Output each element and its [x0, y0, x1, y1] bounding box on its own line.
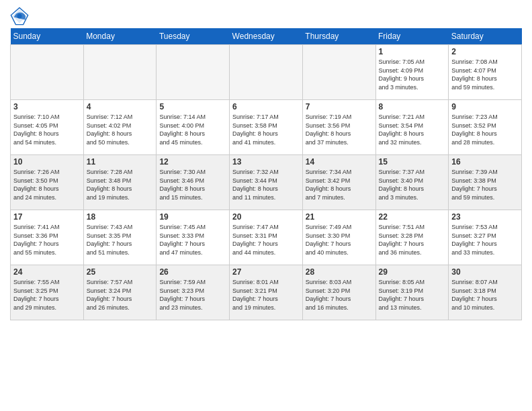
day-number: 9	[451, 102, 519, 111]
calendar-cell: 9Sunrise: 7:23 AM Sunset: 3:52 PM Daylig…	[449, 100, 522, 155]
day-number: 1	[379, 47, 446, 56]
calendar-cell: 7Sunrise: 7:19 AM Sunset: 3:56 PM Daylig…	[302, 100, 375, 155]
day-info: Sunrise: 7:28 AM Sunset: 3:48 PM Dayligh…	[87, 168, 154, 201]
day-number: 8	[379, 102, 446, 111]
day-header-friday: Friday	[375, 28, 449, 45]
day-number: 15	[379, 157, 446, 167]
calendar-cell: 21Sunrise: 7:49 AM Sunset: 3:30 PM Dayli…	[302, 210, 375, 265]
calendar-cell: 10Sunrise: 7:26 AM Sunset: 3:50 PM Dayli…	[11, 155, 84, 210]
day-info: Sunrise: 8:05 AM Sunset: 3:19 PM Dayligh…	[379, 278, 446, 312]
calendar-cell: 30Sunrise: 8:07 AM Sunset: 3:18 PM Dayli…	[449, 265, 522, 320]
day-info: Sunrise: 7:30 AM Sunset: 3:46 PM Dayligh…	[159, 168, 226, 201]
day-number: 2	[451, 47, 519, 56]
calendar-cell: 4Sunrise: 7:12 AM Sunset: 4:02 PM Daylig…	[83, 100, 157, 155]
calendar-cell: 18Sunrise: 7:43 AM Sunset: 3:35 PM Dayli…	[83, 210, 157, 265]
calendar-cell	[11, 45, 84, 100]
day-info: Sunrise: 7:23 AM Sunset: 3:52 PM Dayligh…	[451, 113, 519, 146]
day-number: 11	[87, 157, 154, 167]
day-number: 7	[306, 102, 373, 111]
day-info: Sunrise: 7:10 AM Sunset: 4:05 PM Dayligh…	[13, 113, 81, 146]
day-number: 25	[87, 267, 154, 277]
calendar-cell: 24Sunrise: 7:55 AM Sunset: 3:25 PM Dayli…	[11, 265, 84, 320]
header	[10, 7, 522, 26]
day-info: Sunrise: 8:03 AM Sunset: 3:20 PM Dayligh…	[306, 278, 373, 312]
day-info: Sunrise: 8:01 AM Sunset: 3:21 PM Dayligh…	[232, 278, 300, 312]
day-number: 19	[159, 212, 226, 222]
calendar-cell	[83, 45, 157, 100]
day-header-saturday: Saturday	[449, 28, 522, 45]
day-number: 28	[306, 267, 373, 277]
day-info: Sunrise: 7:39 AM Sunset: 3:38 PM Dayligh…	[451, 168, 519, 201]
calendar-cell: 22Sunrise: 7:51 AM Sunset: 3:28 PM Dayli…	[375, 210, 449, 265]
calendar-cell: 1Sunrise: 7:05 AM Sunset: 4:09 PM Daylig…	[375, 45, 449, 100]
day-number: 13	[232, 157, 300, 167]
day-number: 20	[232, 212, 300, 222]
day-number: 29	[379, 267, 446, 277]
calendar-cell: 29Sunrise: 8:05 AM Sunset: 3:19 PM Dayli…	[375, 265, 449, 320]
calendar-cell: 17Sunrise: 7:41 AM Sunset: 3:36 PM Dayli…	[11, 210, 84, 265]
day-number: 26	[159, 267, 226, 277]
day-info: Sunrise: 7:08 AM Sunset: 4:07 PM Dayligh…	[451, 58, 519, 91]
calendar-cell: 28Sunrise: 8:03 AM Sunset: 3:20 PM Dayli…	[302, 265, 375, 320]
calendar-cell: 25Sunrise: 7:57 AM Sunset: 3:24 PM Dayli…	[83, 265, 157, 320]
calendar-cell	[157, 45, 230, 100]
day-header-tuesday: Tuesday	[157, 28, 230, 45]
calendar-cell: 6Sunrise: 7:17 AM Sunset: 3:58 PM Daylig…	[230, 100, 303, 155]
calendar-cell: 5Sunrise: 7:14 AM Sunset: 4:00 PM Daylig…	[157, 100, 230, 155]
logo-icon	[10, 7, 29, 26]
day-number: 3	[13, 102, 81, 111]
day-header-thursday: Thursday	[302, 28, 375, 45]
day-number: 12	[159, 157, 226, 167]
day-info: Sunrise: 7:19 AM Sunset: 3:56 PM Dayligh…	[306, 113, 373, 146]
day-number: 18	[87, 212, 154, 222]
day-info: Sunrise: 7:53 AM Sunset: 3:27 PM Dayligh…	[451, 223, 519, 257]
calendar-cell	[230, 45, 303, 100]
day-info: Sunrise: 7:32 AM Sunset: 3:44 PM Dayligh…	[232, 168, 300, 201]
page-container: SundayMondayTuesdayWednesdayThursdayFrid…	[0, 0, 532, 324]
week-row-2: 10Sunrise: 7:26 AM Sunset: 3:50 PM Dayli…	[11, 155, 522, 210]
day-number: 21	[306, 212, 373, 222]
day-info: Sunrise: 7:12 AM Sunset: 4:02 PM Dayligh…	[87, 113, 154, 146]
day-info: Sunrise: 7:43 AM Sunset: 3:35 PM Dayligh…	[87, 223, 154, 257]
svg-point-2	[17, 14, 22, 19]
day-info: Sunrise: 7:14 AM Sunset: 4:00 PM Dayligh…	[159, 113, 226, 146]
day-info: Sunrise: 7:17 AM Sunset: 3:58 PM Dayligh…	[232, 113, 300, 146]
day-info: Sunrise: 7:55 AM Sunset: 3:25 PM Dayligh…	[13, 278, 81, 312]
day-number: 24	[13, 267, 81, 277]
day-number: 22	[379, 212, 446, 222]
calendar-cell: 16Sunrise: 7:39 AM Sunset: 3:38 PM Dayli…	[449, 155, 522, 210]
day-header-wednesday: Wednesday	[230, 28, 303, 45]
day-info: Sunrise: 7:47 AM Sunset: 3:31 PM Dayligh…	[232, 223, 300, 257]
calendar-cell: 3Sunrise: 7:10 AM Sunset: 4:05 PM Daylig…	[11, 100, 84, 155]
day-info: Sunrise: 7:49 AM Sunset: 3:30 PM Dayligh…	[306, 223, 373, 257]
day-info: Sunrise: 7:05 AM Sunset: 4:09 PM Dayligh…	[379, 58, 446, 91]
week-row-3: 17Sunrise: 7:41 AM Sunset: 3:36 PM Dayli…	[11, 210, 522, 265]
calendar-cell: 20Sunrise: 7:47 AM Sunset: 3:31 PM Dayli…	[230, 210, 303, 265]
day-number: 6	[232, 102, 300, 111]
calendar-table: SundayMondayTuesdayWednesdayThursdayFrid…	[10, 28, 522, 320]
day-info: Sunrise: 7:21 AM Sunset: 3:54 PM Dayligh…	[379, 113, 446, 146]
calendar-cell: 23Sunrise: 7:53 AM Sunset: 3:27 PM Dayli…	[449, 210, 522, 265]
day-header-monday: Monday	[83, 28, 157, 45]
day-info: Sunrise: 7:51 AM Sunset: 3:28 PM Dayligh…	[379, 223, 446, 257]
day-info: Sunrise: 7:45 AM Sunset: 3:33 PM Dayligh…	[159, 223, 226, 257]
day-info: Sunrise: 7:57 AM Sunset: 3:24 PM Dayligh…	[87, 278, 154, 312]
calendar-cell: 8Sunrise: 7:21 AM Sunset: 3:54 PM Daylig…	[375, 100, 449, 155]
calendar-cell: 11Sunrise: 7:28 AM Sunset: 3:48 PM Dayli…	[83, 155, 157, 210]
day-header-sunday: Sunday	[11, 28, 84, 45]
day-number: 4	[87, 102, 154, 111]
day-number: 16	[451, 157, 519, 167]
day-number: 5	[159, 102, 226, 111]
calendar-cell: 27Sunrise: 8:01 AM Sunset: 3:21 PM Dayli…	[230, 265, 303, 320]
day-info: Sunrise: 7:34 AM Sunset: 3:42 PM Dayligh…	[306, 168, 373, 201]
day-number: 23	[451, 212, 519, 222]
day-info: Sunrise: 7:26 AM Sunset: 3:50 PM Dayligh…	[13, 168, 81, 201]
day-number: 14	[306, 157, 373, 167]
day-number: 27	[232, 267, 300, 277]
calendar-cell	[302, 45, 375, 100]
day-number: 30	[451, 267, 519, 277]
calendar-cell: 2Sunrise: 7:08 AM Sunset: 4:07 PM Daylig…	[449, 45, 522, 100]
week-row-0: 1Sunrise: 7:05 AM Sunset: 4:09 PM Daylig…	[11, 45, 522, 100]
day-info: Sunrise: 7:41 AM Sunset: 3:36 PM Dayligh…	[13, 223, 81, 257]
day-number: 10	[13, 157, 81, 167]
